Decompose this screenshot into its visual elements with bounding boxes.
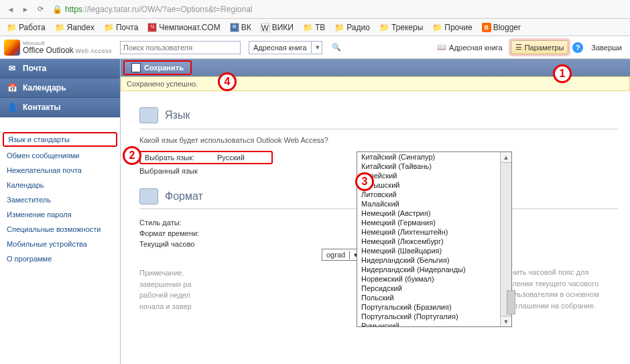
language-dropdown[interactable]: Китайский (Сингапур)Китайский (Тайвань)К… xyxy=(357,151,512,327)
url-bar[interactable]: 🔒 https://legacy.tatar.ru/OWA/?ae=Option… xyxy=(50,5,625,14)
dropdown-option[interactable]: Малайский xyxy=(357,199,500,208)
office-logo-icon xyxy=(4,40,20,56)
section-language: Язык xyxy=(139,107,618,129)
callout-1: 1 xyxy=(553,64,572,83)
bookmarks-bar: 📁Работа 📁Яandex 📁Почта ЧЧемпионат.COM BВ… xyxy=(0,19,630,36)
blogger-icon: B xyxy=(482,23,491,32)
scroll-down-icon[interactable]: ▼ xyxy=(501,316,511,326)
scrollbar[interactable]: ▲ ▼ xyxy=(500,152,511,326)
contacts-icon: 👤 xyxy=(7,102,17,113)
bookmark-item[interactable]: 📁Работа xyxy=(7,23,46,32)
reload-icon[interactable]: ⟳ xyxy=(35,4,46,15)
address-book-select[interactable]: Адресная книга▾ xyxy=(249,41,322,54)
dropdown-option[interactable]: Нидерландский (Бельгия) xyxy=(357,255,500,265)
section-title: Язык xyxy=(165,109,190,121)
calendar-icon: 📅 xyxy=(7,82,17,93)
timezone-select[interactable]: ograd▾ xyxy=(322,249,361,261)
scroll-up-icon[interactable]: ▲ xyxy=(501,152,511,163)
options-icon: ☰ xyxy=(515,43,522,52)
callout-3: 3 xyxy=(355,172,374,191)
dropdown-option[interactable]: Немецкий (Люксембург) xyxy=(357,237,500,246)
dropdown-option[interactable]: Немецкий (Швейцария) xyxy=(357,246,500,255)
nav-back-icon[interactable]: ◄ xyxy=(5,4,16,15)
logout-link[interactable]: Заверши xyxy=(587,42,626,54)
chevron-down-icon: ▾ xyxy=(311,42,322,53)
nav-forward-icon[interactable]: ► xyxy=(20,4,31,15)
timezone-label: Текущий часово xyxy=(139,240,213,248)
bookmark-item[interactable]: 📁Трекеры xyxy=(379,23,423,32)
sidebar-item-contacts[interactable]: 👤Контакты xyxy=(0,98,120,117)
chosen-language-label: Выбранный язык xyxy=(139,167,213,175)
dropdown-option[interactable]: Персидский xyxy=(357,284,500,293)
sidebar-link-delegate[interactable]: Заместитель xyxy=(0,192,120,207)
bookmark-item[interactable]: 📁ТВ xyxy=(303,23,325,32)
folder-icon: 📁 xyxy=(334,23,344,32)
mail-icon: ✉ xyxy=(7,63,17,74)
dropdown-option[interactable]: Румынский xyxy=(357,321,500,326)
sidebar-link-about[interactable]: О программе xyxy=(0,251,120,266)
owa-header: Microsoft Office Outlook Web Access Адре… xyxy=(0,36,630,59)
favicon: W xyxy=(261,23,270,32)
save-icon xyxy=(131,63,141,72)
logo-line3: Web Access xyxy=(76,48,112,54)
bookmark-item[interactable]: BВК xyxy=(230,23,251,32)
lock-icon: 🔒 xyxy=(52,5,62,14)
scroll-thumb[interactable] xyxy=(507,290,515,314)
sidebar-item-calendar[interactable]: 📅Календарь xyxy=(0,78,120,98)
dropdown-option[interactable]: Немецкий (Лихтенштейн) xyxy=(357,227,500,237)
dropdown-option[interactable]: Португальский (Португалия) xyxy=(357,312,500,321)
sidebar-link-messaging[interactable]: Обмен сообщениями xyxy=(0,148,120,163)
dropdown-option[interactable]: Немецкий (Австрия) xyxy=(357,208,500,218)
dropdown-option[interactable]: Китайский (Сингапур) xyxy=(357,152,500,162)
bookmark-item[interactable]: 📁Радио xyxy=(334,23,370,32)
owa-logo: Microsoft Office Outlook Web Access xyxy=(4,40,112,56)
bookmark-item[interactable]: WВИКИ xyxy=(261,23,294,32)
bookmark-item[interactable]: 📁Яandex xyxy=(55,23,94,32)
sidebar-link-accessibility[interactable]: Специальные возможности xyxy=(0,222,120,237)
folder-icon: 📁 xyxy=(432,23,442,32)
address-book-link[interactable]: 📖Адресная книга xyxy=(433,41,507,54)
date-style-label: Стиль даты: xyxy=(139,219,213,227)
sidebar-link-junk[interactable]: Нежелательная почта xyxy=(0,163,120,178)
select-language-label: Выбрать язык: xyxy=(141,152,214,163)
dropdown-option[interactable]: Норвежский (букмал) xyxy=(357,274,500,284)
search-user-input[interactable] xyxy=(120,41,241,54)
sidebar-link-regional[interactable]: Язык и стандарты xyxy=(3,132,117,147)
dropdown-option[interactable]: Нидерландский (Нидерланды) xyxy=(357,265,500,274)
sidebar-link-mobile[interactable]: Мобильные устройства xyxy=(0,237,120,251)
time-format-label: Формат времени: xyxy=(139,229,213,237)
sidebar-link-calendar[interactable]: Календарь xyxy=(0,178,120,192)
bookmark-item[interactable]: ЧЧемпионат.COM xyxy=(147,23,220,32)
language-question: Какой язык будет использоваться Outlook … xyxy=(139,136,618,144)
bookmark-item[interactable]: 📁Прочие xyxy=(432,23,472,32)
callout-2: 2 xyxy=(123,146,141,165)
section-title: Формат xyxy=(165,190,203,202)
browser-toolbar: ◄ ► ⟳ 🔒 https://legacy.tatar.ru/OWA/?ae=… xyxy=(0,0,630,19)
dropdown-option[interactable]: Португальский (Бразилия) xyxy=(357,302,500,312)
language-select[interactable]: Выбрать язык: Русский xyxy=(139,151,273,164)
params-button[interactable]: ☰Параметры xyxy=(511,40,569,54)
search-icon[interactable]: 🔍 xyxy=(330,42,342,54)
status-bar: Сохранено успешно. xyxy=(121,76,630,91)
format-icon xyxy=(139,188,158,204)
dropdown-option[interactable]: Польский xyxy=(357,293,500,302)
sidebar-link-password[interactable]: Изменение пароля xyxy=(0,207,120,222)
dropdown-option[interactable]: Литовский xyxy=(357,190,500,199)
url-text: https://legacy.tatar.ru/OWA/?ae=Options&… xyxy=(65,5,253,14)
bookmark-item[interactable]: BBlogger xyxy=(482,23,521,32)
favicon: Ч xyxy=(147,23,157,32)
bookmark-item[interactable]: 📁Почта xyxy=(104,23,138,32)
globe-icon xyxy=(139,107,158,123)
favicon: B xyxy=(230,23,239,32)
callout-4: 4 xyxy=(218,72,237,91)
content-area: Сохранить Сохранено успешно. Язык Какой … xyxy=(121,59,630,364)
save-button[interactable]: Сохранить xyxy=(123,60,192,75)
dropdown-option[interactable]: Немецкий (Германия) xyxy=(357,218,500,227)
dropdown-option[interactable]: Корейский xyxy=(357,171,500,180)
logo-line2: Office Outlook xyxy=(23,46,74,55)
sidebar: ✉Почта 📅Календарь 👤Контакты Язык и станд… xyxy=(0,59,121,364)
dropdown-option[interactable]: Китайский (Тайвань) xyxy=(357,162,500,171)
sidebar-item-mail[interactable]: ✉Почта xyxy=(0,59,120,78)
dropdown-option[interactable]: Латышский xyxy=(357,180,500,190)
help-icon[interactable]: ? xyxy=(572,42,583,53)
